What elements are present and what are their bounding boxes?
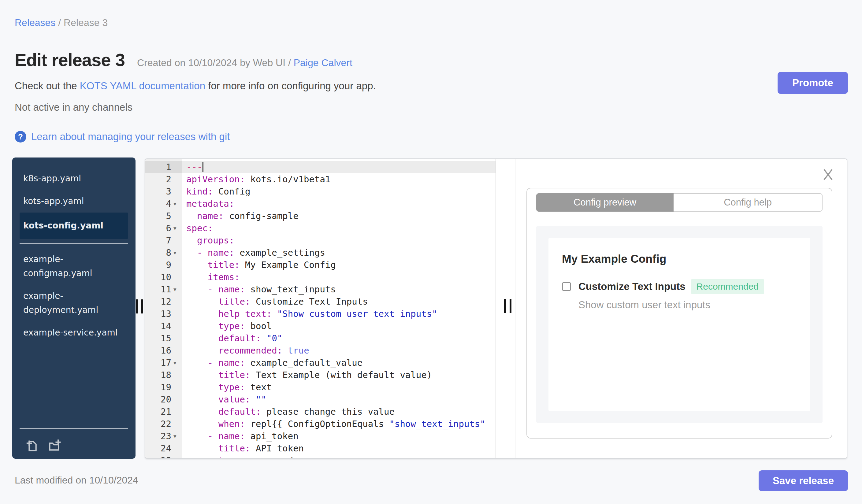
line-number: 10 — [145, 271, 171, 283]
code-text: - name: api_token — [182, 430, 496, 442]
text-cursor — [203, 162, 204, 172]
line-number: 5 — [145, 210, 171, 222]
code-line[interactable]: 18 title: Text Example (with default val… — [145, 369, 496, 381]
git-help-row: ? Learn about managing your releases wit… — [15, 131, 230, 143]
code-line[interactable]: 4▾metadata: — [145, 198, 496, 210]
breadcrumb-releases-link[interactable]: Releases — [15, 17, 55, 28]
code-text: name: config-sample — [182, 210, 496, 222]
code-line[interactable]: 6▾spec: — [145, 222, 496, 234]
code-text: title: Customize Text Inputs — [182, 295, 496, 308]
add-folder-icon[interactable] — [47, 438, 62, 453]
code-text: groups: — [182, 234, 496, 247]
code-line[interactable]: 3kind: Config — [145, 185, 496, 198]
add-file-icon[interactable] — [25, 438, 39, 453]
code-line[interactable]: 20 value: "" — [145, 393, 496, 406]
code-line[interactable]: 23▾ - name: api_token — [145, 430, 496, 442]
file-item[interactable]: kots-app.yaml — [19, 190, 128, 213]
code-line[interactable]: 21 default: please change this value — [145, 406, 496, 418]
fold-arrow-icon[interactable]: ▾ — [171, 247, 182, 259]
config-item-row: Customize Text Inputs Recommended — [562, 279, 797, 294]
tab-config-help[interactable]: Config help — [674, 193, 823, 212]
fold-arrow-icon[interactable]: ▾ — [171, 430, 182, 442]
code-line[interactable]: 25 type: password — [145, 454, 496, 458]
code-line[interactable]: 12 title: Customize Text Inputs — [145, 295, 496, 308]
editor-resize-handle[interactable] — [504, 299, 511, 313]
line-number: 2 — [145, 173, 171, 185]
file-item[interactable]: example-service.yaml — [19, 321, 128, 344]
code-line[interactable]: 17▾ - name: example_default_value — [145, 357, 496, 369]
fold-spacer — [171, 320, 182, 332]
file-item[interactable]: kots-config.yaml — [19, 213, 128, 239]
code-text: - name: example_settings — [182, 247, 496, 259]
breadcrumb-separator: / — [55, 17, 64, 28]
config-preview-body: My Example Config Customize Text Inputs … — [536, 226, 823, 423]
code-line[interactable]: 5 name: config-sample — [145, 210, 496, 222]
code-line[interactable]: 1--- — [145, 161, 496, 173]
code-text: - name: show_text_inputs — [182, 283, 496, 295]
line-number: 23 — [145, 430, 171, 442]
code-line[interactable]: 15 default: "0" — [145, 332, 496, 344]
code-text: when: repl{{ ConfigOptionEquals "show_te… — [182, 418, 496, 430]
code-line[interactable]: 19 type: text — [145, 381, 496, 393]
fold-arrow-icon[interactable]: ▾ — [171, 283, 182, 295]
fold-spacer — [171, 210, 182, 222]
channel-status: Not active in any channels — [15, 102, 132, 113]
fold-spacer — [171, 406, 182, 418]
config-group-card: My Example Config Customize Text Inputs … — [548, 238, 810, 411]
fold-arrow-icon[interactable]: ▾ — [171, 222, 182, 234]
line-number: 9 — [145, 259, 171, 271]
code-line[interactable]: 2apiVersion: kots.io/v1beta1 — [145, 173, 496, 185]
line-number: 17 — [145, 357, 171, 369]
kots-docs-link[interactable]: KOTS YAML documentation — [80, 80, 205, 91]
fold-spacer — [171, 173, 182, 185]
line-number: 3 — [145, 185, 171, 198]
file-tree-footer — [12, 424, 135, 459]
promote-button[interactable]: Promote — [778, 72, 848, 94]
last-modified-text: Last modified on 10/10/2024 — [15, 475, 138, 486]
file-item[interactable]: k8s-app.yaml — [19, 167, 128, 190]
close-icon[interactable] — [822, 169, 834, 181]
docs-line: Check out the KOTS YAML documentation fo… — [15, 80, 376, 92]
git-releases-link[interactable]: Learn about managing your releases with … — [31, 131, 230, 143]
code-text: title: API token — [182, 442, 496, 454]
code-line[interactable]: 13 help_text: "Show custom user text inp… — [145, 308, 496, 320]
page-title: Edit release 3 — [15, 50, 125, 70]
fold-spacer — [171, 259, 182, 271]
save-release-button[interactable]: Save release — [759, 470, 848, 491]
file-item[interactable]: example-configmap.yaml — [19, 248, 128, 285]
code-line[interactable]: 14 type: bool — [145, 320, 496, 332]
code-editor[interactable]: 1---2apiVersion: kots.io/v1beta13kind: C… — [145, 159, 496, 458]
code-line[interactable]: 10 items: — [145, 271, 496, 283]
fold-spacer — [171, 161, 182, 173]
tab-config-preview[interactable]: Config preview — [536, 193, 674, 212]
config-preview-panel: Config preview Config help My Example Co… — [515, 159, 847, 458]
config-group-title: My Example Config — [562, 253, 797, 265]
file-item[interactable]: example-deployment.yaml — [19, 285, 128, 321]
code-line[interactable]: 8▾ - name: example_settings — [145, 247, 496, 259]
code-line[interactable]: 7 groups: — [145, 234, 496, 247]
code-line[interactable]: 9 title: My Example Config — [145, 259, 496, 271]
fold-spacer — [171, 454, 182, 458]
fold-arrow-icon[interactable]: ▾ — [171, 198, 182, 210]
created-text: Created on 10/10/2024 by Web UI / — [137, 57, 293, 68]
code-line[interactable]: 22 when: repl{{ ConfigOptionEquals "show… — [145, 418, 496, 430]
fold-spacer — [171, 369, 182, 381]
sidebar-resize-handle[interactable] — [136, 300, 143, 314]
code-text: title: Text Example (with default value) — [182, 369, 496, 381]
breadcrumb: Releases / Release 3 — [15, 17, 108, 28]
author-link[interactable]: Paige Calvert — [293, 57, 352, 68]
line-number: 6 — [145, 222, 171, 234]
fold-spacer — [171, 308, 182, 320]
fold-spacer — [171, 381, 182, 393]
code-line[interactable]: 11▾ - name: show_text_inputs — [145, 283, 496, 295]
created-meta: Created on 10/10/2024 by Web UI / Paige … — [137, 57, 352, 68]
code-text: default: please change this value — [182, 406, 496, 418]
code-line[interactable]: 24 title: API token — [145, 442, 496, 454]
customize-text-inputs-checkbox[interactable] — [562, 282, 571, 291]
code-rows: 1---2apiVersion: kots.io/v1beta13kind: C… — [145, 161, 496, 458]
fold-arrow-icon[interactable]: ▾ — [171, 357, 182, 369]
code-text: type: bool — [182, 320, 496, 332]
line-number: 13 — [145, 308, 171, 320]
docs-text-after: for more info on configuring your app. — [205, 80, 376, 91]
code-line[interactable]: 16 recommended: true — [145, 344, 496, 357]
